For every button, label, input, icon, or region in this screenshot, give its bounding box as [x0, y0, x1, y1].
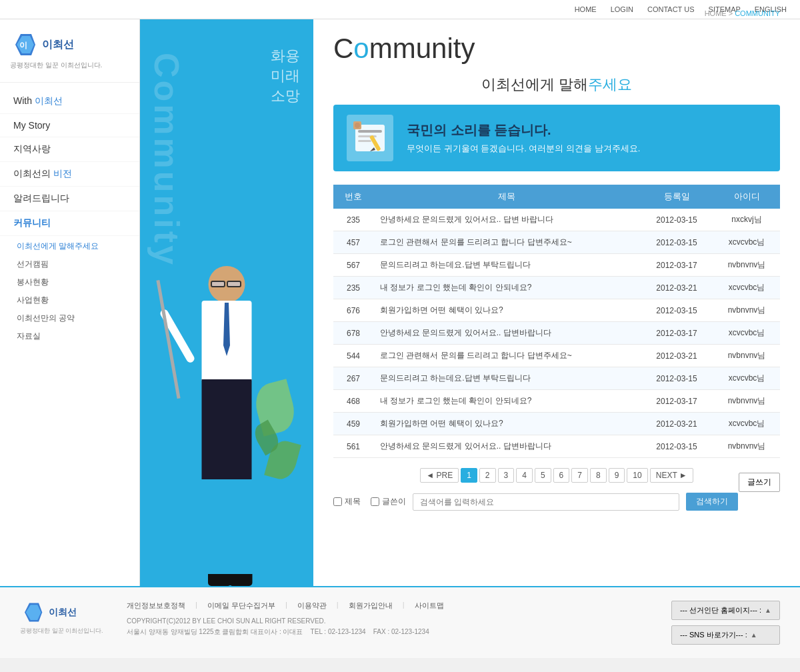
sidebar-sub-item-talk[interactable]: 이최선에게 말해주세요 [0, 237, 139, 255]
cell-num: 468 [333, 390, 373, 413]
page-10-button[interactable]: 10 [627, 468, 647, 483]
cell-title[interactable]: 내 정보가 로그인 했는데 확인이 안되네요? [373, 277, 640, 299]
page-9-button[interactable]: 9 [609, 468, 625, 483]
sidebar-sub-item-archive[interactable]: 자료실 [0, 327, 139, 345]
footer-fax: FAX : 02-123-1234 [373, 628, 429, 635]
cell-date: 2012-03-15 [640, 299, 713, 322]
table-row: 676 회원가입하면 어떤 혜택이 있나요? 2012-03-15 nvbnvn… [333, 299, 780, 322]
top-navigation: HOME LOGIN CONTACT US SITEMAP ENGLISH [0, 0, 800, 19]
page-title: Community [333, 33, 475, 65]
page-header: Community HOME > COMMUNITY 이최선에게 말해주세요 [333, 33, 780, 95]
cell-title[interactable]: 문의드리려고 하는데요.답변 부탁드립니다 [373, 367, 640, 390]
notice-text: 국민의 소리를 듣습니다. 무엇이든 귀기울여 듣겠습니다. 여러분의 의견을 … [407, 121, 640, 155]
table-header-row: 번호 제목 등록일 아이디 [333, 185, 780, 209]
page-6-button[interactable]: 6 [553, 468, 570, 483]
page-5-button[interactable]: 5 [535, 468, 551, 483]
cell-num: 561 [333, 435, 373, 458]
checkbox-title[interactable] [333, 497, 342, 506]
cell-id: xcvcvbc님 [713, 322, 780, 345]
search-input[interactable] [413, 493, 679, 511]
cell-date: 2012-03-15 [640, 231, 713, 254]
nav-login[interactable]: LOGIN [611, 5, 633, 13]
cell-title[interactable]: 회원가입하면 어떤 혜택이 있나요? [373, 299, 640, 322]
nav-contact[interactable]: CONTACT US [647, 5, 695, 13]
footer-btn-sns-text: --- SNS 바로가기--- : [680, 630, 747, 640]
sidebar-menu: With 이최선 My Story 지역사랑 이최선의 비전 알려드립니다 커뮤… [0, 83, 139, 357]
sidebar-item-community[interactable]: 커뮤니티 [0, 211, 139, 236]
sidebar-sub-item-business[interactable]: 사업현황 [0, 291, 139, 309]
cell-title[interactable]: 안녕하세요 문의드렸게 있어서요.. 답변 바랍니다 [373, 209, 640, 231]
sidebar-item-with[interactable]: With 이최선 [0, 89, 139, 114]
sidebar-item-local[interactable]: 지역사랑 [0, 137, 139, 162]
checkbox-author-label[interactable]: 글쓴이 [371, 496, 406, 507]
main-wrapper: 이 이최선 공평정대한 일꾼 이최선입니다. With 이최선 My Story… [0, 19, 800, 586]
sidebar-sub-item-volunteer[interactable]: 봉사현황 [0, 273, 139, 291]
banner-area: Community 화용 미래 소망 [140, 19, 313, 586]
footer-link-nospam[interactable]: 이메일 무단수집거부 [207, 601, 275, 611]
sidebar-item-notice[interactable]: 알려드립니다 [0, 187, 139, 211]
page-1-button[interactable]: 1 [461, 468, 477, 483]
cell-title[interactable]: 안녕하세요 문의드렸게 있어서요.. 답변바랍니다 [373, 322, 640, 345]
footer-info: COPYRIGHT(C)2012 BY LEE CHOI SUN ALL RIG… [127, 616, 651, 637]
page-7-button[interactable]: 7 [571, 468, 588, 483]
cell-num: 544 [333, 345, 373, 367]
page-2-button[interactable]: 2 [479, 468, 496, 483]
table-row: 267 문의드리려고 하는데요.답변 부탁드립니다 2012-03-15 xcv… [333, 367, 780, 390]
cell-date: 2012-03-21 [640, 413, 713, 435]
footer-link-join[interactable]: 회원가입안내 [349, 601, 393, 611]
next-button[interactable]: NEXT ► [650, 468, 693, 483]
footer-btn-election[interactable]: --- 선거인단 홈페이지--- : ▲ [671, 601, 780, 620]
cell-title[interactable]: 회원가입하면 어떤 혜택이 있나요? [373, 413, 640, 435]
cell-id: nvbnvnv님 [713, 435, 780, 458]
cell-date: 2012-03-17 [640, 322, 713, 345]
board-table: 번호 제목 등록일 아이디 235 안녕하세요 문의드렸게 있어서요.. 답변 … [333, 185, 780, 458]
page-4-button[interactable]: 4 [516, 468, 533, 483]
footer-link-terms[interactable]: 이용약관 [297, 601, 327, 611]
cell-id: nvbnvnv님 [713, 345, 780, 367]
checkbox-author[interactable] [371, 497, 379, 506]
cell-id: xcvcvbc님 [713, 277, 780, 299]
logo-subtitle: 공평정대한 일꾼 이최선입니다. [10, 58, 129, 75]
cell-id: xcvcvbc님 [713, 367, 780, 390]
footer-buttons: --- 선거인단 홈페이지--- : ▲ --- SNS 바로가기--- : ▲ [671, 601, 780, 645]
search-button[interactable]: 검색하기 [686, 493, 738, 511]
sidebar-item-vision[interactable]: 이최선의 비전 [0, 162, 139, 187]
cell-title[interactable]: 안녕하세요 문의드렸게 있어서요.. 답변바랍니다 [373, 435, 640, 458]
footer: 이최선 공평정대한 일꾼 이최선입니다. 개인정보보호정책 | 이메일 무단수집… [0, 586, 800, 658]
cell-num: 676 [333, 299, 373, 322]
notice-description: 무엇이든 귀기울여 듣겠습니다. 여러분의 의견을 남겨주세요. [407, 143, 640, 155]
svg-text:이: 이 [19, 41, 27, 50]
cell-id: nvbnvnv님 [713, 299, 780, 322]
nav-home[interactable]: HOME [575, 5, 597, 13]
footer-link-sitemap[interactable]: 사이트맵 [415, 601, 444, 611]
sidebar-sub-item-campaign[interactable]: 선거캠핌 [0, 255, 139, 273]
cell-date: 2012-03-15 [640, 209, 713, 231]
table-row: 457 로그인 관련해서 문의를 드리려고 합니다 답변주세요~ 2012-03… [333, 231, 780, 254]
checkbox-author-text: 글쓴이 [382, 496, 406, 507]
sidebar-item-mystory[interactable]: My Story [0, 114, 139, 137]
prev-button[interactable]: ◄ PRE [420, 468, 459, 483]
sidebar-sub-item-pledge[interactable]: 이최선만의 공약 [0, 309, 139, 327]
page-3-button[interactable]: 3 [498, 468, 515, 483]
footer-btn-election-text: --- 선거인단 홈페이지--- : [680, 605, 761, 615]
write-button[interactable]: 글쓰기 [739, 473, 780, 492]
notice-icon-svg [350, 118, 390, 158]
notice-icon [347, 115, 393, 161]
footer-links: 개인정보보호정책 | 이메일 무단수집거부 | 이용약관 | 회원가입안내 | … [127, 601, 651, 637]
footer-logo-name: 이최선 [49, 607, 77, 619]
table-row: 459 회원가입하면 어떤 혜택이 있나요? 2012-03-21 xcvcvb… [333, 413, 780, 435]
cell-title[interactable]: 로그인 관련해서 문의를 드리려고 합니다 답변주세요~ [373, 345, 640, 367]
banner-person-figure [153, 239, 300, 586]
cell-title[interactable]: 문의드리려고 하는데요.답변 부탁드립니다 [373, 254, 640, 277]
footer-link-privacy[interactable]: 개인정보보호정책 [127, 601, 185, 611]
page-8-button[interactable]: 8 [590, 468, 607, 483]
checkbox-title-label[interactable]: 제목 [333, 496, 361, 507]
cell-date: 2012-03-15 [640, 435, 713, 458]
cell-id: nvbnvnv님 [713, 254, 780, 277]
cell-title[interactable]: 내 정보가 로그인 했는데 확인이 안되네요? [373, 390, 640, 413]
footer-logo-icon [20, 601, 43, 624]
footer-btn-sns[interactable]: --- SNS 바로가기--- : ▲ [671, 625, 780, 645]
cell-title[interactable]: 로그인 관련해서 문의를 드리려고 합니다 답변주세요~ [373, 231, 640, 254]
cell-num: 567 [333, 254, 373, 277]
banner-line2: 미래 [271, 66, 300, 86]
